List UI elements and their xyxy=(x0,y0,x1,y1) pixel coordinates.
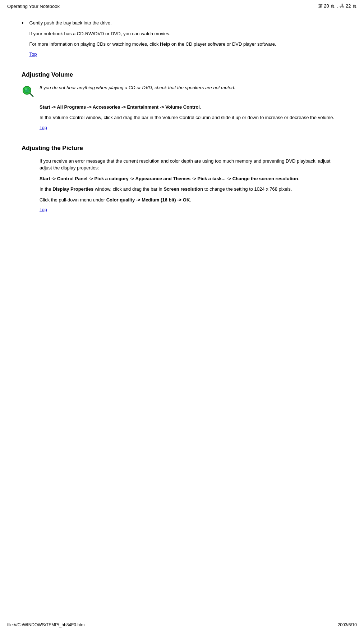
picture-instruction2-bold1: Display Properties xyxy=(52,186,93,192)
volume-instruction1-suffix: . xyxy=(200,104,201,110)
bullet-para2-prefix: For more information on playing CDs or w… xyxy=(29,41,160,47)
picture-instruction2: In the Display Properties window, click … xyxy=(40,186,342,193)
adjusting-volume-heading: Adjusting Volume xyxy=(22,71,342,78)
bullet-para1: If your notebook has a CD-RW/DVD or DVD,… xyxy=(29,30,342,37)
picture-instruction2-suffix: to change the setting to 1024 x 768 pixe… xyxy=(203,186,292,192)
footer-right: 2003/6/10 xyxy=(338,622,357,627)
picture-instruction2-bold2: Screen resolution xyxy=(163,186,203,192)
bullet-dot: • xyxy=(22,20,24,26)
picture-instructions: If you receive an error message that the… xyxy=(40,158,342,218)
picture-instruction1-suffix: . xyxy=(298,176,299,181)
adjusting-picture-heading: Adjusting the Picture xyxy=(22,145,342,152)
picture-intro: If you receive an error message that the… xyxy=(40,158,342,172)
note-icon xyxy=(22,85,34,98)
picture-instruction3-bold: Color quality -> Medium (16 bit) -> OK xyxy=(106,197,190,203)
picture-instruction1-bold: Start -> Control Panel -> Pick a categor… xyxy=(40,176,298,181)
top-link-1[interactable]: Top xyxy=(29,51,37,57)
bullet-para2-bold: Help xyxy=(160,41,170,47)
picture-instruction3-suffix: . xyxy=(190,197,191,203)
bullet-section: • Gently push the tray back into the dri… xyxy=(22,19,342,63)
picture-instruction2-prefix: In the xyxy=(40,186,52,192)
bullet-item: • Gently push the tray back into the dri… xyxy=(22,19,342,63)
volume-instruction2: In the Volume Control window, click and … xyxy=(40,114,342,121)
footer-left: file:///C:\WINDOWS\TEMP\_hb84F0.htm xyxy=(7,622,84,627)
bullet-main-text: Gently push the tray back into the drive… xyxy=(29,19,342,27)
adjusting-picture-section: Adjusting the Picture If you receive an … xyxy=(22,145,342,218)
svg-point-3 xyxy=(25,88,27,90)
volume-instruction1-bold: Start -> All Programs -> Accessories -> … xyxy=(40,104,200,110)
volume-instructions: Start -> All Programs -> Accessories -> … xyxy=(40,104,342,136)
picture-instruction3: Click the pull-down menu under Color qua… xyxy=(40,196,342,204)
main-content: • Gently push the tray back into the dri… xyxy=(0,12,364,241)
note-text: If you do not hear anything when playing… xyxy=(40,84,342,91)
bullet-para2: For more information on playing CDs or w… xyxy=(29,41,342,48)
header-right: 第 20 頁，共 22 頁 xyxy=(318,3,357,9)
picture-instruction2-middle: window, click and drag the bar in xyxy=(93,186,163,192)
page-header: Operating Your Notebook 第 20 頁，共 22 頁 xyxy=(0,0,364,12)
adjusting-volume-section: Adjusting Volume If you do not hear anyt… xyxy=(22,71,342,136)
top-link-2[interactable]: Top xyxy=(40,125,47,130)
bullet-content: Gently push the tray back into the drive… xyxy=(29,19,342,63)
header-left: Operating Your Notebook xyxy=(7,4,60,9)
volume-instruction1: Start -> All Programs -> Accessories -> … xyxy=(40,104,342,111)
picture-instruction1: Start -> Control Panel -> Pick a categor… xyxy=(40,175,342,182)
note-box: If you do not hear anything when playing… xyxy=(22,84,342,98)
svg-line-2 xyxy=(30,93,33,96)
bullet-para2-suffix: on the CD player software or DVD player … xyxy=(170,41,276,47)
picture-instruction3-prefix: Click the pull-down menu under xyxy=(40,197,106,203)
top-link-3[interactable]: Top xyxy=(40,207,47,212)
page-footer: file:///C:\WINDOWS\TEMP\_hb84F0.htm 2003… xyxy=(7,622,357,627)
